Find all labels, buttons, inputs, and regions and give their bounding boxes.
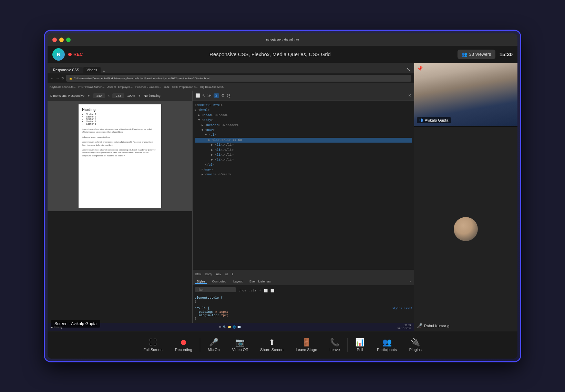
start-icon[interactable]: ⊞ [219, 326, 222, 329]
nav-li-link[interactable]: styles.css:5 [392, 307, 412, 310]
breadcrumb-html[interactable]: html [195, 272, 201, 276]
participants-sidebar: Avikalp Gupta 📌 🎤 / Rahul Kumar g... [414, 63, 517, 331]
devtools-link-icon[interactable]: ⛓ [227, 94, 230, 98]
leave-button[interactable]: 📞 Leave [323, 336, 346, 354]
page-preview: Heading Section 1 Section 2 Section 3 Se… [48, 101, 192, 211]
add-style-icon[interactable]: + [259, 289, 261, 292]
tab-computed[interactable]: Computed [211, 280, 228, 284]
leave-stage-button[interactable]: 🚪 Leave Stage [290, 336, 323, 354]
mic-label: Mic On [208, 348, 220, 352]
taskbar-app-3[interactable]: 📧 [237, 326, 241, 329]
logo-icon: N [52, 48, 65, 61]
close-button[interactable] [52, 38, 57, 42]
computed-icon[interactable]: ⬜ [264, 289, 268, 293]
pin-icon[interactable]: 📌 [417, 66, 423, 71]
taskbar-app-2[interactable]: 🌐 [233, 326, 236, 329]
bookmark-1[interactable]: Keyboard shortcuts... [50, 85, 76, 89]
code-line-12: ▶ <li>…</li> [195, 157, 412, 162]
breadcrumb-li[interactable]: li [232, 272, 233, 276]
plugins-button[interactable]: 🔌 Plugins [403, 336, 428, 354]
new-tab-icon[interactable]: + [101, 69, 106, 73]
devtools-cursor-icon[interactable]: ↖ [202, 93, 205, 98]
refresh-icon[interactable]: ↻ [61, 76, 64, 80]
code-line-1: <!DOCTYPE html> [195, 103, 412, 108]
bottom-toolbar: ⛶ Full Screen ⏺ Recording 🎤 Mic On 📷 Vid… [48, 331, 517, 359]
fullscreen-button[interactable]: ⛶ Full Screen [137, 336, 169, 354]
back-icon[interactable]: ← [50, 76, 54, 80]
styles-filter-input[interactable] [195, 287, 236, 292]
layout-icon[interactable]: ⬜ [270, 289, 274, 293]
code-line-9: ▶ <li>…</li> [195, 143, 412, 147]
sound-bar-1 [420, 119, 420, 121]
bookmark-7[interactable]: Big Data And AI St... [200, 85, 225, 89]
video-button[interactable]: 📷 Video Off [226, 336, 254, 354]
browser-tab-2[interactable]: Vibees [83, 67, 101, 73]
bookmark-2[interactable]: ITK Firewall Authen... [79, 85, 105, 89]
url-bar[interactable]: 🔒 C:/Users/avika/Documents/Work/Mentorin… [66, 75, 411, 82]
fullscreen-icon: ⛶ [149, 339, 157, 346]
hover-hint[interactable]: :hov [239, 289, 246, 292]
class-hint[interactable]: .cls [249, 289, 257, 292]
code-line-8[interactable]: ▶ <li>…</li> == $0 [195, 138, 412, 143]
leave-stage-icon: 🚪 [302, 339, 311, 346]
main-content: Responsive CSS Vibees + ← → ↻ 🔒 C:/Users… [48, 63, 517, 331]
participants-icon: 👥 [382, 339, 392, 346]
poll-button[interactable]: 📊 Poll [349, 336, 371, 354]
search-icon[interactable]: 🔍 [223, 326, 226, 329]
leave-stage-label: Leave Stage [296, 348, 317, 352]
bookmark-6[interactable]: GRE Preparation T... [172, 85, 198, 89]
nav-item-3: Section 3 [86, 118, 158, 120]
tab-styles[interactable]: Styles [195, 280, 207, 284]
width-input[interactable] [93, 93, 105, 98]
taskbar-app-1[interactable]: 📁 [228, 326, 231, 329]
viewers-button[interactable]: 👥 33 Viewers [458, 50, 495, 59]
traffic-lights [52, 38, 71, 42]
nav-item-5: Section 5 [86, 123, 158, 125]
devtools-close-icon[interactable]: ✕ [408, 93, 411, 98]
viewers-count: 33 Viewers [469, 52, 491, 57]
code-line-4: ▼ <body> [195, 118, 412, 123]
devtools-more-icon[interactable]: ≫ [207, 93, 212, 98]
forward-icon[interactable]: → [56, 76, 59, 80]
share-screen-button[interactable]: ⬆ Share Screen [254, 336, 289, 354]
nav-item-4: Section 4 [86, 120, 158, 123]
devtools-settings-icon[interactable]: ⚙ [221, 93, 225, 98]
browser-bookmarks: Keyboard shortcuts... ITK Firewall Authe… [48, 83, 414, 91]
title-bar: newtonschool.co [48, 33, 517, 46]
code-line-7: ▼ <ul> [195, 133, 412, 137]
participant-1-name: Avikalp Gupta [425, 118, 448, 122]
breadcrumb-body[interactable]: body [205, 272, 212, 276]
devtools-elements-icon[interactable]: ⬜ [195, 93, 200, 98]
recording-button[interactable]: ⏺ Recording [169, 336, 198, 354]
participant-video-top: Avikalp Gupta 📌 [414, 63, 517, 127]
height-input[interactable] [112, 93, 124, 98]
leave-label: Leave [329, 348, 340, 352]
poll-icon: 📊 [355, 339, 364, 346]
expand-screen-icon[interactable]: ⤡ [407, 66, 411, 72]
breadcrumb-ul[interactable]: ul [225, 272, 228, 276]
video-icon: 📷 [235, 339, 245, 346]
minimize-button[interactable] [59, 38, 64, 42]
mic-button[interactable]: 🎤 Mic On [202, 336, 226, 354]
tab-layout[interactable]: Layout [232, 280, 244, 284]
maximize-button[interactable] [66, 38, 71, 42]
sound-bar-2 [421, 118, 422, 122]
nav-li-close: } [195, 317, 196, 321]
participants-button[interactable]: 👥 Participants [371, 336, 403, 354]
bookmark-3[interactable]: Ascent · Employee... [107, 85, 133, 89]
lock-icon: 🔒 [69, 77, 72, 80]
more-tabs-icon[interactable]: » [410, 280, 411, 284]
devtools-breadcrumb: html body nav ul li [193, 270, 414, 278]
toolbar-divider-2 [347, 338, 348, 352]
app-header: N REC Responsive CSS, Flexbox, Media Que… [48, 46, 517, 63]
code-line-5: ▶ <header>…</header> [195, 123, 412, 128]
page-para-1: Lorem ipsum dolor sit amet consectetur a… [82, 128, 158, 134]
taskbar-date: 31-10-2022 [397, 327, 411, 330]
video-label: Video Off [232, 348, 248, 352]
bookmark-5[interactable]: Jazz [164, 85, 169, 89]
breadcrumb-nav[interactable]: nav [216, 272, 222, 276]
browser-tab-active[interactable]: Responsive CSS [50, 67, 83, 73]
devtools-issues-badge[interactable]: 2 [214, 93, 219, 98]
tab-event-listeners[interactable]: Event Listeners [248, 280, 272, 284]
bookmark-4[interactable]: Potteries - Lawless... [135, 85, 161, 89]
